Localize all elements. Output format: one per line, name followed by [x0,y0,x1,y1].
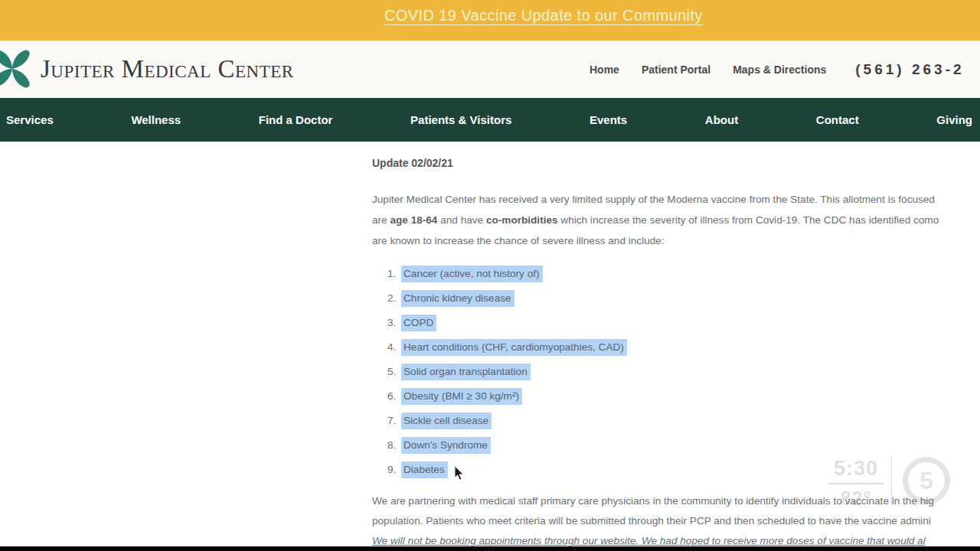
station-watermark: 5:30 82° 5 [828,457,950,510]
condition-item: 5.Solid organ transplantation [387,360,980,384]
letterbox-bar [0,546,980,551]
condition-number: 8. [387,433,399,458]
intro-line-2-pre: are [372,214,390,226]
intro-paragraph: Jupiter Medical Center has received a ve… [372,189,980,251]
condition-item: 4.Heart conditions (CHF, cardiomyopathie… [387,335,980,360]
condition-number: 7. [387,409,399,433]
condition-text-highlighted: Cancer (active, not history of) [401,266,543,282]
condition-text-highlighted: Sickle cell disease [401,412,492,429]
intro-line-1: Jupiter Medical Center has received a ve… [372,189,980,210]
watermark-temperature: 82° [828,487,884,510]
intro-line-2-mid: and have [437,214,486,226]
condition-text-highlighted: COPD [401,315,436,331]
condition-text-highlighted: Diabetes [401,461,448,478]
condition-number: 9. [387,458,399,482]
header-link-patient-portal[interactable]: Patient Portal [642,64,710,76]
mouse-cursor-icon [454,465,466,481]
condition-number: 5. [387,360,399,384]
channel-5-logo-number: 5 [920,467,933,495]
nav-item-events[interactable]: Events [590,113,627,126]
phone-number[interactable]: (561) 263-2 [855,61,964,78]
condition-item: 8.Down's Syndrome [387,433,980,458]
condition-number: 3. [387,311,399,335]
nav-item-contact[interactable]: Contact [816,113,859,126]
condition-text-highlighted: Heart conditions (CHF, cardiomyopathies,… [401,339,627,356]
condition-number: 4. [387,335,399,360]
nav-item-wellness[interactable]: Wellness [131,113,181,126]
intro-line-2: are age 18-64 and have co-morbidities wh… [372,210,980,230]
intro-line-2-bold-age: age 18-64 [390,214,437,226]
update-heading: Update 02/02/21 [372,157,980,169]
nav-item-about[interactable]: About [705,113,738,126]
nav-item-giving[interactable]: Giving [936,113,972,126]
watermark-time-block: 5:30 82° [828,457,884,510]
jupiter-clover-icon [0,46,35,92]
nav-item-services[interactable]: Services [6,113,54,126]
condition-number: 6. [387,384,399,409]
condition-text-highlighted: Solid organ transplantation [401,364,531,380]
intro-line-3: are known to increase the chance of seve… [372,230,980,251]
condition-item: 3.COPD [387,311,980,335]
site-header: Jupiter Medical Center Home Patient Port… [0,41,980,98]
header-link-home[interactable]: Home [590,64,619,76]
condition-item: 6.Obesity (BMI ≥ 30 kg/m²) [387,384,980,409]
condition-text-highlighted: Chronic kidney disease [401,290,514,307]
condition-number: 2. [387,286,399,311]
conditions-list: 1.Cancer (active, not history of)2.Chron… [372,262,980,482]
banner-link[interactable]: COVID 19 Vaccine Update to our Community [384,7,703,24]
watermark-time: 5:30 [828,457,884,484]
condition-text-highlighted: Obesity (BMI ≥ 30 kg/m²) [401,388,522,405]
intro-line-2-bold-comorbidities: co-morbidities [486,214,558,226]
announcement-banner: COVID 19 Vaccine Update to our Community [0,0,980,41]
header-link-maps-directions[interactable]: Maps & Directions [733,64,826,76]
watermark-divider [891,457,892,506]
browser-viewport: COVID 19 Vaccine Update to our Community… [0,0,980,551]
intro-line-2-post: which increase the severity of illness f… [558,214,939,226]
primary-nav: Services Wellness Find a Doctor Patients… [0,98,980,142]
nav-item-patients-visitors[interactable]: Patients & Visitors [410,113,511,126]
condition-text-highlighted: Down's Syndrome [401,437,491,454]
brand-logo[interactable]: Jupiter Medical Center [0,46,294,92]
channel-5-logo: 5 [903,457,950,504]
header-utility: Home Patient Portal Maps & Directions (5… [590,41,965,98]
condition-item: 2.Chronic kidney disease [387,286,980,311]
outro-line-2: population. Patients who meet criteria w… [372,511,980,531]
nav-item-find-a-doctor[interactable]: Find a Doctor [259,113,333,126]
condition-number: 1. [387,262,399,286]
condition-item: 7.Sickle cell disease [387,409,980,433]
condition-item: 1.Cancer (active, not history of) [387,262,980,286]
brand-name: Jupiter Medical Center [41,55,294,83]
